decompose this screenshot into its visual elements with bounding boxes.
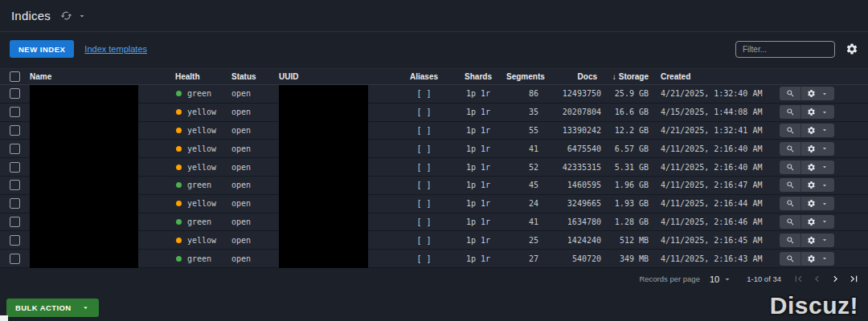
row-actions [776, 215, 868, 229]
segments-cell: 41 [506, 217, 547, 226]
records-per-page-select[interactable]: 10 [706, 274, 732, 284]
new-index-button[interactable]: NEW INDEX [10, 40, 74, 58]
row-actions [776, 105, 868, 119]
health-dot [176, 238, 182, 243]
row-search-button[interactable] [780, 178, 801, 192]
row-checkbox[interactable] [10, 162, 20, 173]
row-settings-button[interactable] [801, 215, 834, 229]
row-settings-button[interactable] [801, 160, 834, 174]
storage-cell: 5.31 GB [604, 163, 653, 172]
column-header-storage[interactable]: ↓Storage [604, 72, 653, 81]
row-settings-button[interactable] [801, 234, 834, 247]
footer-bar: BULK ACTION [0, 299, 868, 317]
row-checkbox[interactable] [10, 107, 20, 117]
storage-cell: 1.96 GB [604, 181, 653, 189]
storage-cell: 1.93 GB [604, 199, 653, 208]
segments-cell: 52 [506, 163, 547, 172]
search-icon [786, 181, 795, 189]
column-header-name[interactable]: Name [30, 72, 170, 81]
row-search-button[interactable] [780, 215, 801, 229]
bulk-action-button[interactable]: BULK ACTION [6, 299, 99, 317]
row-actions [776, 178, 868, 192]
row-actions [776, 234, 868, 247]
row-checkbox[interactable] [10, 198, 20, 209]
row-search-button[interactable] [780, 142, 801, 156]
row-checkbox[interactable] [10, 254, 20, 264]
column-header-status[interactable]: Status [229, 72, 273, 81]
health-label: yellow [187, 163, 216, 172]
last-page-icon[interactable] [848, 273, 860, 285]
gear-icon [807, 144, 816, 153]
toolbar: NEW INDEX Index templates [0, 39, 868, 59]
row-checkbox[interactable] [10, 180, 20, 190]
row-checkbox[interactable] [10, 88, 20, 99]
health-dot [176, 201, 182, 206]
shards-cell: 1p 1r [450, 144, 506, 153]
created-cell: 4/11/2025, 2:16:45 AM [653, 236, 776, 245]
gear-icon [807, 217, 816, 226]
health-label: yellow [187, 199, 216, 208]
row-settings-button[interactable] [801, 197, 834, 210]
gear-icon [807, 108, 816, 116]
row-checkbox[interactable] [10, 217, 20, 227]
column-header-shards[interactable]: Shards [450, 72, 506, 81]
table-settings-gear-icon[interactable] [845, 43, 858, 55]
column-header-uuid[interactable]: UUID [273, 72, 398, 81]
row-search-button[interactable] [780, 252, 801, 266]
gear-icon [807, 163, 816, 172]
index-templates-link[interactable]: Index templates [84, 44, 147, 54]
redaction-overlay-uuid-column [279, 85, 368, 268]
previous-page-icon[interactable] [811, 273, 823, 285]
page-range-label: 1-10 of 34 [747, 274, 781, 283]
row-search-button[interactable] [780, 234, 801, 247]
shards-cell: 1p 1r [450, 126, 506, 135]
refresh-icon[interactable] [60, 10, 72, 22]
segments-cell: 24 [506, 199, 547, 208]
column-header-aliases[interactable]: Aliases [398, 72, 450, 81]
health-dot [176, 256, 182, 262]
filter-input[interactable] [735, 41, 835, 58]
row-settings-button[interactable] [801, 105, 834, 119]
chevron-down-icon [821, 217, 829, 226]
row-checkbox[interactable] [10, 144, 20, 154]
row-settings-button[interactable] [801, 124, 834, 137]
created-cell: 4/11/2025, 2:16:44 AM [653, 199, 776, 208]
pagination-bar: Records per page 10 1-10 of 34 [0, 268, 868, 291]
health-dot [176, 128, 182, 133]
row-search-button[interactable] [780, 105, 801, 119]
health-cell: yellow [170, 144, 229, 153]
next-page-icon[interactable] [829, 273, 841, 285]
search-icon [786, 163, 795, 172]
row-search-button[interactable] [780, 87, 801, 100]
table-body: green open [ ] 1p 1r 86 12493750 25.9 GB… [0, 85, 868, 268]
row-search-button[interactable] [780, 160, 801, 174]
health-label: green [187, 89, 211, 98]
column-header-docs[interactable]: Docs [547, 72, 604, 81]
created-cell: 4/21/2025, 1:32:40 AM [653, 89, 776, 98]
status-cell: open [229, 199, 273, 208]
column-header-created[interactable]: Created [653, 72, 776, 81]
docs-cell: 20207804 [547, 108, 604, 116]
aliases-cell: [ ] [398, 199, 450, 208]
row-settings-button[interactable] [801, 252, 834, 266]
segments-cell: 55 [506, 126, 547, 135]
storage-cell: 6.57 GB [604, 144, 653, 153]
row-search-button[interactable] [780, 124, 801, 137]
row-settings-button[interactable] [801, 178, 834, 192]
aliases-cell: [ ] [398, 254, 450, 263]
row-checkbox[interactable] [10, 235, 20, 246]
health-cell: green [170, 254, 229, 263]
select-all-checkbox[interactable] [10, 71, 20, 82]
refresh-options-caret-icon[interactable] [77, 11, 87, 21]
health-cell: green [170, 217, 229, 226]
health-label: yellow [187, 144, 216, 153]
first-page-icon[interactable] [792, 273, 805, 285]
column-header-segments[interactable]: Segments [506, 72, 547, 81]
row-checkbox[interactable] [10, 125, 20, 136]
row-settings-button[interactable] [801, 87, 834, 100]
column-header-health[interactable]: Health [170, 72, 229, 81]
search-icon [786, 199, 795, 208]
row-settings-button[interactable] [801, 142, 834, 156]
health-cell: green [170, 181, 229, 189]
row-search-button[interactable] [780, 197, 801, 210]
